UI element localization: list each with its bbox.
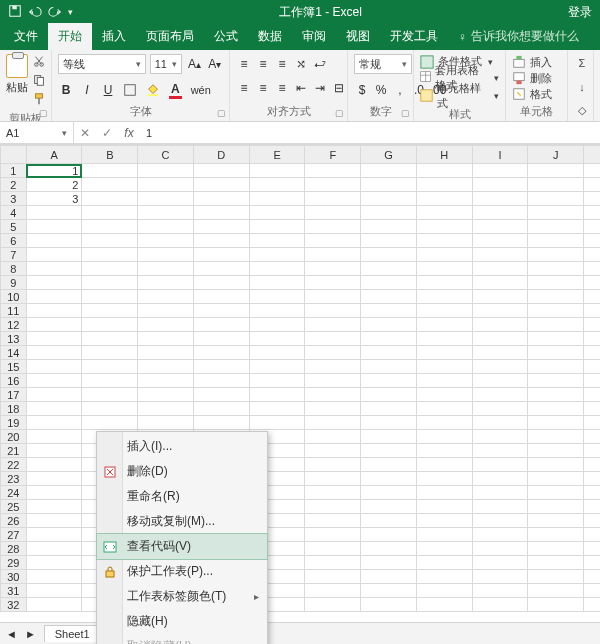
cut-icon[interactable] bbox=[32, 54, 46, 71]
cell[interactable] bbox=[82, 318, 138, 332]
cell[interactable] bbox=[26, 220, 82, 234]
italic-button[interactable]: I bbox=[79, 80, 95, 100]
enter-formula-icon[interactable]: ✓ bbox=[96, 126, 118, 140]
cell[interactable] bbox=[584, 388, 600, 402]
cell[interactable] bbox=[305, 570, 361, 584]
col-header[interactable]: D bbox=[193, 146, 249, 164]
cell[interactable] bbox=[472, 220, 528, 234]
cell[interactable] bbox=[193, 290, 249, 304]
cell[interactable] bbox=[82, 164, 138, 178]
cell[interactable] bbox=[361, 444, 417, 458]
cell[interactable] bbox=[584, 500, 600, 514]
cell[interactable] bbox=[138, 192, 194, 206]
cell[interactable] bbox=[249, 290, 305, 304]
save-icon[interactable] bbox=[8, 4, 22, 21]
cell[interactable] bbox=[528, 556, 584, 570]
col-header[interactable]: F bbox=[305, 146, 361, 164]
decrease-font-icon[interactable]: A▾ bbox=[207, 54, 223, 74]
cell[interactable] bbox=[472, 444, 528, 458]
col-header[interactable]: E bbox=[249, 146, 305, 164]
cell[interactable] bbox=[528, 584, 584, 598]
cell[interactable] bbox=[416, 332, 472, 346]
cell[interactable] bbox=[305, 262, 361, 276]
cell[interactable] bbox=[361, 542, 417, 556]
row-header[interactable]: 1 bbox=[1, 164, 27, 178]
cell[interactable] bbox=[305, 346, 361, 360]
row-header[interactable]: 17 bbox=[1, 388, 27, 402]
cell[interactable] bbox=[472, 570, 528, 584]
underline-button[interactable]: U bbox=[100, 80, 116, 100]
cell[interactable] bbox=[416, 444, 472, 458]
cell[interactable] bbox=[193, 262, 249, 276]
tell-me[interactable]: ♀ 告诉我你想要做什么 bbox=[448, 23, 589, 50]
cell[interactable] bbox=[528, 346, 584, 360]
cell[interactable] bbox=[305, 318, 361, 332]
cell[interactable] bbox=[361, 276, 417, 290]
number-dialog-launcher-icon[interactable]: ▢ bbox=[401, 108, 410, 118]
cell[interactable] bbox=[305, 332, 361, 346]
cell[interactable] bbox=[249, 388, 305, 402]
cell[interactable] bbox=[472, 206, 528, 220]
row-header[interactable]: 28 bbox=[1, 542, 27, 556]
cell[interactable] bbox=[138, 346, 194, 360]
cell[interactable] bbox=[26, 248, 82, 262]
merge-icon[interactable]: ⊟ bbox=[331, 78, 347, 98]
cell[interactable] bbox=[416, 318, 472, 332]
cell[interactable] bbox=[361, 304, 417, 318]
cell[interactable] bbox=[26, 542, 82, 556]
cell[interactable] bbox=[584, 486, 600, 500]
cell[interactable] bbox=[26, 598, 82, 612]
col-header[interactable]: I bbox=[472, 146, 528, 164]
cell[interactable] bbox=[361, 192, 417, 206]
format-painter-icon[interactable] bbox=[32, 92, 46, 109]
tab-review[interactable]: 审阅 bbox=[292, 23, 336, 50]
clipboard-dialog-launcher-icon[interactable]: ▢ bbox=[39, 108, 48, 118]
row-header[interactable]: 15 bbox=[1, 360, 27, 374]
cell[interactable] bbox=[249, 402, 305, 416]
cell[interactable] bbox=[528, 220, 584, 234]
cell[interactable] bbox=[472, 192, 528, 206]
cell[interactable] bbox=[138, 416, 194, 430]
cell[interactable] bbox=[193, 206, 249, 220]
cell[interactable] bbox=[584, 374, 600, 388]
cell[interactable] bbox=[305, 584, 361, 598]
cell[interactable] bbox=[26, 514, 82, 528]
cell[interactable] bbox=[305, 178, 361, 192]
ctx-rename[interactable]: 重命名(R) bbox=[97, 484, 267, 509]
tab-developer[interactable]: 开发工具 bbox=[380, 23, 448, 50]
cell[interactable] bbox=[305, 542, 361, 556]
cell[interactable] bbox=[584, 164, 600, 178]
cell[interactable] bbox=[82, 290, 138, 304]
cell[interactable] bbox=[361, 360, 417, 374]
ctx-delete[interactable]: 删除(D) bbox=[97, 459, 267, 484]
cell[interactable] bbox=[249, 248, 305, 262]
cell[interactable] bbox=[361, 178, 417, 192]
phonetic-icon[interactable]: wén bbox=[189, 80, 213, 100]
cell[interactable] bbox=[138, 178, 194, 192]
bold-button[interactable]: B bbox=[58, 80, 74, 100]
cell[interactable] bbox=[472, 430, 528, 444]
cell[interactable] bbox=[528, 542, 584, 556]
align-center-icon[interactable]: ≡ bbox=[255, 78, 271, 98]
cell[interactable] bbox=[193, 192, 249, 206]
cell[interactable] bbox=[138, 360, 194, 374]
cell[interactable] bbox=[249, 318, 305, 332]
tab-view[interactable]: 视图 bbox=[336, 23, 380, 50]
cell[interactable] bbox=[138, 164, 194, 178]
row-header[interactable]: 18 bbox=[1, 402, 27, 416]
cell[interactable] bbox=[584, 570, 600, 584]
cell[interactable] bbox=[249, 220, 305, 234]
row-header[interactable]: 12 bbox=[1, 318, 27, 332]
cell[interactable] bbox=[528, 416, 584, 430]
cell[interactable]: 3 bbox=[26, 192, 82, 206]
cell[interactable] bbox=[416, 374, 472, 388]
cell[interactable] bbox=[26, 388, 82, 402]
cell[interactable] bbox=[26, 234, 82, 248]
cell[interactable] bbox=[584, 220, 600, 234]
cell[interactable] bbox=[82, 262, 138, 276]
cell[interactable] bbox=[305, 444, 361, 458]
cell[interactable] bbox=[584, 346, 600, 360]
cell[interactable] bbox=[472, 598, 528, 612]
alignment-dialog-launcher-icon[interactable]: ▢ bbox=[335, 108, 344, 118]
cell[interactable] bbox=[305, 416, 361, 430]
